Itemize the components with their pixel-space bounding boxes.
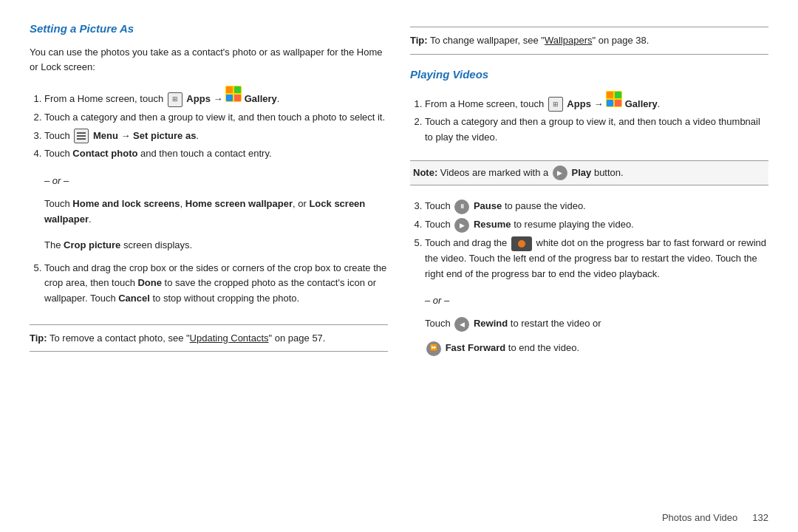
left-step-3: Touch Menu → Set picture as. — [44, 129, 388, 144]
svg-rect-6 — [607, 92, 613, 98]
apps-grid-icon-1: ⊞ — [168, 92, 183, 107]
menu-icon — [74, 129, 89, 143]
right-step-4: Touch ▶ Resume to resume playing the vid… — [425, 217, 768, 233]
note-box: Note: Videos are marked with a ▶ Play bu… — [410, 160, 768, 186]
right-step-3: Touch ⏸ Pause to pause the video. — [425, 199, 768, 214]
fast-forward-icon: ⏩ — [426, 341, 441, 356]
svg-rect-1 — [226, 86, 233, 93]
rewind-text: Touch ◀ Rewind to restart the video or — [425, 316, 768, 332]
right-section-title: Playing Videos — [410, 68, 768, 81]
left-column: Setting a Picture As You can use the pho… — [30, 22, 388, 491]
rewind-icon: ◀ — [454, 317, 469, 332]
left-intro: You can use the photos you take as a con… — [30, 45, 388, 74]
apps-grid-icon-2: ⊞ — [548, 97, 563, 112]
footer: Photos and Video 132 — [0, 506, 798, 532]
svg-rect-8 — [607, 100, 613, 106]
svg-rect-3 — [226, 95, 233, 101]
or-line-2: – or – — [425, 295, 768, 306]
play-icon: ▶ — [553, 166, 567, 180]
left-step-4: Touch Contact photo and then touch a con… — [44, 146, 388, 162]
left-steps-list: From a Home screen, touch ⊞ Apps → Galle… — [30, 86, 388, 165]
left-step-5: Touch and drag the crop box or the sides… — [44, 261, 388, 307]
right-step-5: Touch and drag the white dot on the prog… — [425, 236, 768, 282]
pause-icon: ⏸ — [454, 200, 469, 214]
svg-rect-9 — [615, 100, 621, 106]
footer-section-label: Photos and Video — [662, 512, 737, 523]
svg-rect-2 — [234, 86, 241, 93]
ff-text: ⏩ Fast Forward to end the video. — [425, 341, 768, 356]
touch-home-text: Touch Home and lock screens, Home screen… — [44, 197, 388, 228]
left-steps-list-2: Touch and drag the crop box or the sides… — [30, 261, 388, 310]
or-line-1: – or – — [44, 175, 388, 186]
right-tip-top: Tip: To change wallpaper, see "Wallpaper… — [410, 27, 768, 55]
gallery-icon-1 — [225, 86, 242, 102]
right-step-1: From a Home screen, touch ⊞ Apps → Galle… — [425, 91, 768, 112]
left-section-title: Setting a Picture As — [30, 22, 388, 35]
left-step-2: Touch a category and then a group to vie… — [44, 110, 388, 126]
progress-icon — [511, 236, 532, 251]
left-tip-box: Tip: To remove a contact photo, see "Upd… — [30, 324, 388, 352]
footer-page-num: 132 — [752, 512, 768, 523]
right-column: Tip: To change wallpaper, see "Wallpaper… — [410, 22, 768, 491]
resume-icon: ▶ — [454, 218, 469, 233]
svg-rect-4 — [234, 95, 241, 101]
left-step-1: From a Home screen, touch ⊞ Apps → Galle… — [44, 86, 388, 107]
right-steps-list: From a Home screen, touch ⊞ Apps → Galle… — [410, 91, 768, 149]
right-steps-list-2: Touch ⏸ Pause to pause the video. Touch … — [410, 199, 768, 284]
svg-rect-7 — [615, 92, 621, 98]
gallery-icon-2 — [606, 91, 622, 107]
crop-text: The Crop picture screen displays. — [44, 238, 388, 253]
right-step-2: Touch a category and then a group to vie… — [425, 115, 768, 146]
